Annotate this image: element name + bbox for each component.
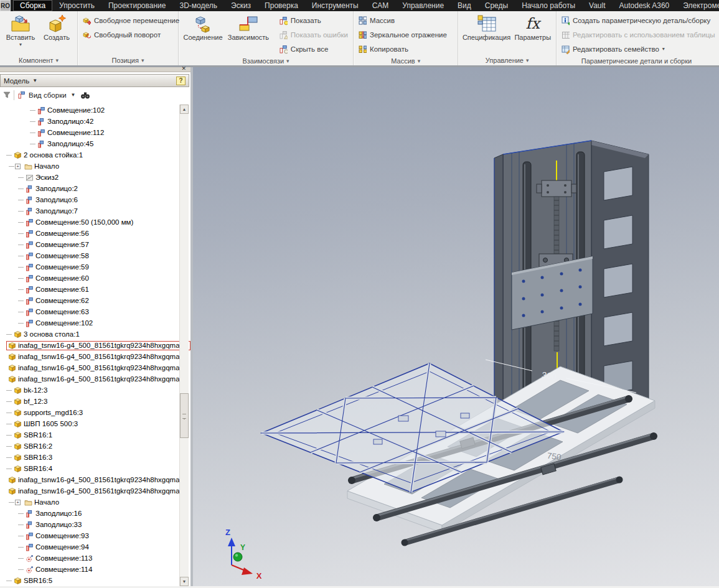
- tree-item[interactable]: Заподлицо:45: [0, 138, 178, 149]
- tree-item[interactable]: supports_mgd16:3: [0, 407, 178, 418]
- show-relationships-button[interactable]: Показать: [277, 13, 350, 27]
- tree-item[interactable]: Совмещение:112: [0, 127, 178, 138]
- copy-button[interactable]: Копировать: [356, 42, 449, 56]
- close-icon[interactable]: ✕: [181, 65, 186, 72]
- create-component-button[interactable]: Создать: [39, 13, 75, 41]
- tree-item[interactable]: Совмещение:63: [0, 306, 178, 317]
- tree-item[interactable]: Заподлицо:33: [0, 519, 178, 530]
- constrain-button[interactable]: Зависимость: [225, 13, 272, 41]
- tree-item[interactable]: Совмещение:57: [0, 239, 178, 250]
- tree-item[interactable]: Совмещение:61: [0, 284, 178, 295]
- show-errors-button[interactable]: Показать ошибки: [277, 27, 350, 42]
- free-rotate-button[interactable]: Свободный поворот: [80, 27, 182, 42]
- ribbon-tab[interactable]: Начало работы: [515, 0, 582, 11]
- panel-label-position[interactable]: Позиция: [78, 55, 178, 65]
- tree-item[interactable]: 2 основа стойка:1: [0, 149, 178, 161]
- tree-item[interactable]: inafag_tsnw16-g4_500_81561tgkrq9234h8hxg…: [0, 474, 178, 485]
- tree-item[interactable]: inafag_tsnw16-g4_500_81561tgkrq9234h8hxg…: [0, 373, 178, 385]
- tree-item[interactable]: Совмещение:60: [0, 273, 178, 284]
- ribbon-tab[interactable]: CAM: [365, 0, 396, 11]
- tree-item[interactable]: +Начало: [0, 161, 178, 172]
- tree-item[interactable]: SBR16:1: [0, 429, 178, 441]
- dimension-750-label[interactable]: 750: [547, 451, 562, 462]
- search-icon[interactable]: [80, 91, 90, 99]
- ribbon-tab[interactable]: Проектирование: [101, 0, 173, 11]
- tree-item[interactable]: SBR16:4: [0, 463, 178, 474]
- tree-item[interactable]: Совмещение:102: [0, 105, 178, 116]
- column-side-wall[interactable]: [591, 141, 649, 411]
- tree-item[interactable]: inafag_tsnw16-g4_500_81561tgkrq9234h8hxg…: [0, 362, 178, 373]
- tree-item[interactable]: SBR16:5: [0, 575, 178, 586]
- tree-item[interactable]: Заподлицо:7: [0, 205, 178, 217]
- edit-family-caret[interactable]: ▾: [662, 46, 665, 52]
- tree-item[interactable]: Эскиз2: [0, 172, 178, 183]
- tree-item[interactable]: Совмещение:94: [0, 541, 178, 553]
- expander-icon[interactable]: +: [15, 164, 21, 169]
- ribbon-tab[interactable]: Эскиз: [224, 0, 258, 11]
- bom-button[interactable]: Спецификация: [461, 13, 512, 41]
- tree-item[interactable]: Совмещение:113: [0, 553, 178, 564]
- panel-label-pattern[interactable]: Массив: [354, 56, 458, 65]
- tree-item[interactable]: Совмещение:114: [0, 564, 178, 575]
- ribbon-tab[interactable]: Упростить: [52, 0, 101, 11]
- tree-item[interactable]: Заподлицо:2: [0, 183, 178, 194]
- parameters-button[interactable]: fx Параметры: [512, 13, 553, 41]
- panel-label-relationships[interactable]: Взаимосвязи: [179, 56, 353, 65]
- view-mode-caret-icon[interactable]: ▼: [71, 92, 76, 98]
- edit-with-table-button[interactable]: Редактировать с использованием таблицы: [559, 27, 718, 42]
- insert-dropdown-caret[interactable]: ▾: [19, 42, 22, 47]
- free-move-button[interactable]: Свободное перемещение: [80, 13, 182, 27]
- tree-item[interactable]: Заподлицо:6: [0, 194, 178, 205]
- tree-item[interactable]: Совмещение:59: [0, 261, 178, 273]
- tree-item[interactable]: Совмещение:93: [0, 530, 178, 541]
- panel-label-component[interactable]: Компонент: [0, 55, 77, 65]
- ribbon-tab[interactable]: Электромеханич: [676, 0, 719, 11]
- scrollbar-thumb[interactable]: [180, 393, 189, 438]
- help-icon[interactable]: ?: [176, 77, 186, 85]
- tree-item[interactable]: Совмещение:102: [0, 317, 178, 329]
- ribbon-tab[interactable]: Проверка: [258, 0, 305, 11]
- joint-button[interactable]: Соединение: [181, 13, 225, 41]
- browser-title-bar[interactable]: Модель ▼ ?: [0, 74, 189, 87]
- mirror-button[interactable]: Зеркальное отражение: [356, 27, 449, 42]
- pattern-button[interactable]: Массив: [356, 13, 449, 27]
- edit-family-button[interactable]: Редактировать семейство ▾: [559, 42, 718, 56]
- browser-scrollbar[interactable]: ▲ ▼: [179, 105, 189, 586]
- column-left-plate[interactable]: [494, 154, 503, 427]
- scroll-down-icon[interactable]: ▼: [180, 577, 189, 586]
- make-parametric-button[interactable]: Создать параметрическую деталь/сборку: [559, 13, 718, 27]
- ribbon-tab[interactable]: Сборка: [13, 0, 52, 11]
- tree-item[interactable]: bf_12:3: [0, 396, 178, 407]
- browser-title-caret-icon[interactable]: ▼: [32, 78, 37, 83]
- ribbon-tab[interactable]: Autodesk A360: [613, 0, 677, 11]
- view-mode-label[interactable]: Вид сборки: [29, 91, 67, 99]
- ribbon-tab[interactable]: Управление: [395, 0, 451, 11]
- tree-item[interactable]: Совмещение:62: [0, 295, 178, 306]
- tree-item[interactable]: bk-12:3: [0, 385, 178, 396]
- tree-item[interactable]: inafag_tsnw16-g4_500_81561tgkrq9234h8hxg…: [0, 351, 178, 362]
- panel-label-manage[interactable]: Управление: [458, 55, 555, 65]
- tree-item[interactable]: inafag_tsnw16-g4_500_81561tgkrq9234h8hxg…: [0, 340, 178, 351]
- tree-item[interactable]: SBR16:2: [0, 441, 178, 452]
- tree-item[interactable]: Заподлицо:16: [0, 508, 178, 519]
- viewport-3d[interactable]: 300 750 Z X Y: [193, 67, 719, 586]
- tree-item[interactable]: Заподлицо:42: [0, 116, 178, 127]
- filter-icon[interactable]: [3, 91, 11, 99]
- ribbon-tab[interactable]: Вид: [451, 0, 478, 11]
- ribbon-tab[interactable]: Среды: [478, 0, 515, 11]
- ribbon-tab[interactable]: Инструменты: [305, 0, 365, 11]
- expander-icon[interactable]: +: [15, 500, 21, 505]
- ribbon-tab[interactable]: Vault: [582, 0, 612, 11]
- tree-item[interactable]: inafag_tsnw16-g4_500_81561tgkrq9234h8hxg…: [0, 485, 178, 497]
- insert-component-button[interactable]: Вставить ▾: [2, 13, 39, 47]
- ribbon-tab[interactable]: 3D-модель: [172, 0, 224, 11]
- tree-item[interactable]: Совмещение:56: [0, 228, 178, 239]
- tree-item[interactable]: +Начало: [0, 497, 178, 508]
- tree-item[interactable]: 3 основа стола:1: [0, 329, 178, 340]
- browser-dock-strip[interactable]: ✕: [0, 67, 190, 72]
- hide-all-button[interactable]: Скрыть все: [277, 42, 350, 56]
- tree-item[interactable]: ШВП 1605 500:3: [0, 418, 178, 429]
- tree-item[interactable]: Совмещение:50 (150,000 мм): [0, 217, 178, 228]
- tree-item[interactable]: SBR16:3: [0, 452, 178, 463]
- tree-item[interactable]: Совмещение:58: [0, 250, 178, 261]
